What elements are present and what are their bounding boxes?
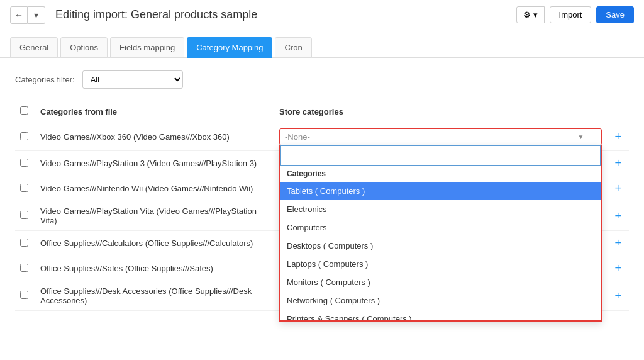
- nav-button-group: ← ▾: [10, 6, 45, 24]
- row6-checkbox[interactable]: [20, 264, 28, 272]
- row7-add-button[interactable]: +: [612, 290, 624, 303]
- col-header-store: Store categories: [274, 101, 607, 123]
- row1-check-cell: [15, 123, 35, 151]
- tab-category-mapping[interactable]: Category Mapping: [187, 37, 272, 58]
- filter-row: Categories filter: All Video Games Offic…: [15, 70, 629, 89]
- row2-category-label: Video Games///PlayStation 3 (Video Games…: [40, 159, 257, 168]
- row1-store-select-container: -None- ▼ Categories Tablets ( Computers …: [279, 128, 602, 145]
- row3-checkbox[interactable]: [20, 184, 28, 192]
- tab-fields-mapping[interactable]: Fields mapping: [110, 37, 184, 58]
- categories-filter-select[interactable]: All Video Games Office Supplies: [82, 70, 183, 89]
- tab-general[interactable]: General: [10, 37, 58, 58]
- row2-add-button[interactable]: +: [612, 157, 624, 170]
- main-content: Categories filter: All Video Games Offic…: [0, 58, 644, 360]
- select-all-checkbox[interactable]: [20, 106, 28, 115]
- page-title: Editing import: General products sample: [55, 8, 257, 21]
- col-header-categories: Categories from file: [35, 101, 274, 123]
- row4-category-label: Video Games///PlayStation Vita (Video Ga…: [40, 206, 257, 225]
- row4-add-button[interactable]: +: [612, 210, 624, 223]
- row1-category: Video Games///Xbox 360 (Video Games///Xb…: [35, 123, 274, 151]
- row1-chevron-icon: ▼: [578, 133, 584, 140]
- dropdown-item-monitors[interactable]: Monitors ( Computers ): [280, 273, 601, 291]
- mapping-table: Categories from file Store categories Vi…: [15, 101, 629, 311]
- row7-checkbox[interactable]: [20, 291, 28, 299]
- dropdown-item-desktops[interactable]: Desktops ( Computers ): [280, 237, 601, 255]
- col-header-add: [607, 101, 629, 123]
- top-bar: ← ▾ Editing import: General products sam…: [0, 0, 644, 30]
- dropdown-item-printers[interactable]: Printers & Scanners ( Computers ): [280, 310, 601, 320]
- dropdown-search-input[interactable]: [280, 145, 601, 166]
- row4-checkbox[interactable]: [20, 211, 28, 219]
- store-category-dropdown: Categories Tablets ( Computers ) Electro…: [279, 145, 602, 322]
- dropdown-item-electronics[interactable]: Electronics: [280, 200, 601, 218]
- dropdown-item-tablets[interactable]: Tablets ( Computers ): [280, 182, 601, 200]
- row3-category-label: Video Games///Nintendo Wii (Video Games/…: [40, 184, 253, 193]
- table-row: Video Games///Xbox 360 (Video Games///Xb…: [15, 123, 629, 151]
- row5-category-label: Office Supplies///Calculators (Office Su…: [40, 239, 253, 248]
- row7-category-label: Office Supplies///Desk Accessories (Offi…: [40, 286, 252, 305]
- settings-caret: ▾: [533, 10, 538, 20]
- row2-checkbox[interactable]: [20, 159, 28, 167]
- row1-store-cell: -None- ▼ Categories Tablets ( Computers …: [274, 123, 607, 151]
- tab-cron[interactable]: Cron: [275, 37, 311, 58]
- row1-add-cell: +: [607, 123, 629, 151]
- row6-add-button[interactable]: +: [612, 262, 624, 275]
- row1-add-button[interactable]: +: [612, 130, 624, 143]
- row5-add-button[interactable]: +: [612, 237, 624, 250]
- dropdown-item-laptops[interactable]: Laptops ( Computers ): [280, 255, 601, 273]
- dropdown-nav-button[interactable]: ▾: [28, 6, 45, 24]
- top-bar-right: ⚙ ▾ Import Save: [516, 6, 634, 23]
- row1-store-select-display[interactable]: -None- ▼: [279, 128, 602, 145]
- back-button[interactable]: ←: [10, 6, 28, 24]
- import-button[interactable]: Import: [550, 6, 592, 23]
- tab-options[interactable]: Options: [60, 37, 108, 58]
- gear-icon: ⚙: [523, 10, 531, 20]
- row3-add-button[interactable]: +: [612, 182, 624, 195]
- row1-category-label: Video Games///Xbox 360 (Video Games///Xb…: [40, 132, 230, 142]
- dropdown-item-networking[interactable]: Networking ( Computers ): [280, 291, 601, 310]
- dropdown-list: Tablets ( Computers ) Electronics Comput…: [280, 182, 601, 320]
- save-button[interactable]: Save: [596, 6, 634, 23]
- row1-store-value: -None-: [285, 132, 310, 142]
- row5-checkbox[interactable]: [20, 239, 28, 247]
- top-bar-left: ← ▾ Editing import: General products sam…: [10, 6, 257, 24]
- row1-checkbox[interactable]: [20, 132, 28, 140]
- col-header-check: [15, 101, 35, 123]
- row6-category-label: Office Supplies///Safes (Office Supplies…: [40, 264, 213, 273]
- tabs-bar: General Options Fields mapping Category …: [0, 30, 644, 58]
- settings-button[interactable]: ⚙ ▾: [516, 6, 545, 23]
- filter-label: Categories filter:: [15, 75, 75, 84]
- dropdown-item-computers[interactable]: Computers: [280, 218, 601, 237]
- dropdown-group-label: Categories: [280, 166, 601, 182]
